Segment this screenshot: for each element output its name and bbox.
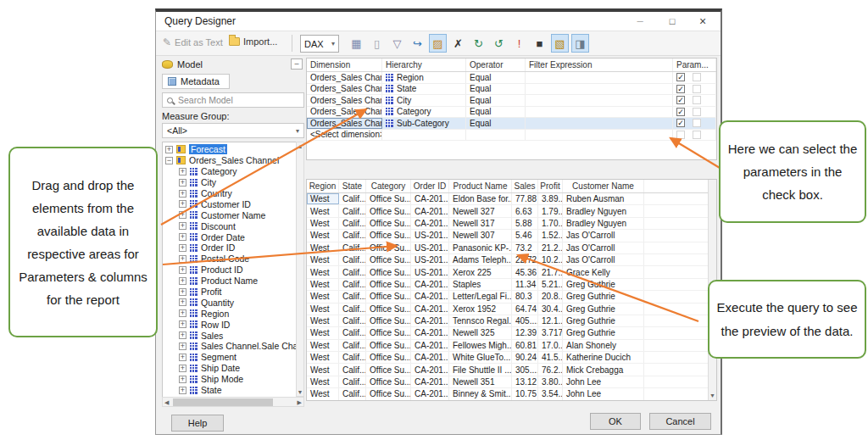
cell-sales[interactable]: 64.74 — [512, 304, 538, 315]
cell-customer-name[interactable]: Jas O'Carroll — [563, 242, 644, 253]
operator-cell[interactable]: Equal — [466, 95, 526, 106]
cell-state[interactable]: Calif... — [339, 242, 366, 253]
cell-region[interactable]: West — [307, 352, 339, 363]
cell-profit[interactable]: 3.54... — [538, 388, 563, 399]
cell-order-id[interactable]: CA-201... — [411, 376, 449, 387]
filter-row-category[interactable]: Orders_Sales ChannelCategoryEqual✓ — [307, 107, 716, 119]
search-input[interactable]: Search Model — [162, 92, 304, 108]
cell-state[interactable]: Calif... — [339, 254, 366, 265]
table-row[interactable]: WestCalif...Office Su...CA-201...Newell … — [307, 327, 716, 339]
scroll-up-icon[interactable]: ▲ — [297, 143, 303, 149]
cell-profit[interactable]: 20.8... — [538, 291, 563, 302]
scroll-left-icon[interactable]: ◀ — [164, 399, 169, 406]
cell-category[interactable]: Office Su... — [366, 376, 411, 387]
cell-profit[interactable]: 3.717 — [538, 327, 563, 338]
cell-customer-name[interactable]: Greg Guthrie — [563, 315, 644, 326]
cell-state[interactable]: Calif... — [339, 364, 366, 375]
tree-item-city[interactable]: +City — [163, 177, 303, 188]
scrollbar-thumb[interactable] — [173, 398, 273, 406]
cell-product-name[interactable]: Xerox 225 — [449, 266, 512, 277]
hierarchy-cell[interactable]: City — [382, 95, 466, 106]
cell-category[interactable]: Office Su... — [366, 340, 411, 351]
dimension-cell[interactable]: Orders_Sales Channel — [307, 118, 382, 129]
cell-customer-name[interactable]: Jas O'Carroll — [563, 230, 644, 241]
cell-customer-name[interactable]: Mick Crebagga — [563, 364, 644, 375]
cell-product-name[interactable]: Xerox 1952 — [449, 304, 512, 315]
expand-icon[interactable]: + — [179, 365, 186, 372]
tree-item-ship-mode[interactable]: +Ship Mode — [163, 374, 303, 385]
measure-group-dropdown[interactable]: <All> ▾ — [162, 123, 304, 138]
cell-region[interactable]: West — [307, 327, 339, 338]
scroll-down-icon[interactable]: ▼ — [709, 393, 716, 398]
column-header-operator[interactable]: Operator — [466, 58, 526, 71]
cell-customer-name[interactable]: Ruben Ausman — [563, 193, 644, 204]
query-parameters-icon[interactable]: ◨ — [571, 34, 589, 53]
cell-order-id[interactable]: US-201... — [411, 266, 449, 277]
cell-product-name[interactable]: Newell 327 — [449, 205, 512, 216]
cell-category[interactable]: Office Su... — [366, 193, 411, 204]
cell-customer-name[interactable]: Greg Guthrie — [563, 327, 644, 338]
cell-category[interactable]: Office Su... — [366, 254, 411, 265]
cell-state[interactable]: Calif... — [339, 340, 366, 351]
cell-profit[interactable]: 76.2... — [538, 364, 563, 375]
cell-product-name[interactable]: Panasonic KP-... — [449, 242, 512, 253]
cell-order-id[interactable]: CA-201... — [411, 327, 449, 338]
cell-region[interactable]: West — [307, 266, 339, 277]
cell-region[interactable]: West — [307, 304, 339, 315]
hierarchy-cell[interactable]: Sub-Category — [382, 118, 466, 129]
help-button[interactable]: Help — [171, 415, 224, 432]
image-icon[interactable]: ▨ — [429, 34, 447, 53]
cell-sales[interactable]: 13.12 — [512, 376, 538, 387]
cell-category[interactable]: Office Su... — [366, 327, 411, 338]
expand-icon[interactable]: + — [179, 211, 186, 219]
cell-order-id[interactable]: CA-201... — [411, 340, 449, 351]
cell-category[interactable]: Office Su... — [366, 266, 411, 277]
cell-sales[interactable]: 60.81 — [512, 340, 538, 351]
tree-item-sales[interactable]: +Sales — [163, 330, 303, 341]
cell-region[interactable]: West — [307, 291, 339, 302]
column-header-filter-expression[interactable]: Filter Expression — [526, 58, 673, 71]
minimize-icon[interactable]: – — [626, 12, 654, 31]
cell-profit[interactable]: 3.89... — [538, 193, 563, 204]
cell-category[interactable]: Office Su... — [366, 388, 411, 399]
cell-profit[interactable]: 30.4... — [538, 304, 563, 315]
cell-order-id[interactable]: CA-201... — [411, 291, 449, 302]
cell-state[interactable]: Calif... — [339, 266, 366, 277]
refresh-query-icon[interactable]: ↻ — [470, 34, 487, 53]
hierarchy-cell[interactable]: Category — [382, 107, 466, 118]
execute-arrow-icon[interactable]: ↪ — [409, 34, 426, 53]
expand-icon[interactable]: + — [179, 233, 186, 241]
table-row[interactable]: WestCalif...Office Su...US-201...Newell … — [307, 230, 716, 242]
tree-item-customer-id[interactable]: +Customer ID — [163, 198, 303, 209]
cell-order-id[interactable]: US-201... — [411, 242, 449, 253]
operator-cell[interactable] — [466, 130, 526, 141]
cell-sales[interactable]: 305.... — [512, 364, 538, 375]
cell-customer-name[interactable]: Bradley Nguyen — [563, 205, 644, 216]
cell-order-id[interactable]: CA-201... — [411, 388, 449, 399]
table-row[interactable]: WestCalif...Office Su...CA-201...Newell … — [307, 376, 716, 388]
filter-row-state[interactable]: Orders_Sales ChannelStateEqual✓ — [307, 84, 716, 96]
cell-customer-name[interactable]: John Lee — [563, 376, 644, 387]
expand-icon[interactable]: + — [179, 298, 186, 306]
secondary-checkbox[interactable] — [693, 73, 701, 81]
expand-icon[interactable]: + — [179, 320, 186, 328]
expand-icon[interactable]: + — [179, 266, 186, 274]
filter-expression-cell[interactable] — [526, 95, 673, 106]
cell-profit[interactable]: 1.79... — [538, 205, 563, 216]
cell-state[interactable]: Calif... — [339, 352, 366, 363]
expand-icon[interactable]: + — [179, 331, 186, 339]
expand-icon[interactable]: + — [179, 354, 186, 361]
cell-customer-name[interactable]: Katherine Ducich — [563, 352, 644, 363]
cell-region[interactable]: West — [307, 376, 339, 387]
tree-item-postal-code[interactable]: +Postal Code — [163, 253, 303, 265]
cell-category[interactable]: Office Su... — [366, 291, 411, 302]
edit-as-text-button[interactable]: ✎ Edit as Text — [163, 36, 223, 48]
table-row[interactable]: WestCalif...Office Su...CA-201...Letter/… — [307, 291, 716, 303]
collapse-icon[interactable]: − — [165, 157, 173, 164]
cell-region[interactable]: West — [307, 218, 339, 229]
cell-category[interactable]: Office Su... — [366, 352, 411, 363]
cell-state[interactable]: Calif... — [339, 327, 366, 338]
cell-profit[interactable]: 17.0... — [538, 340, 563, 351]
cell-category[interactable]: Office Su... — [366, 242, 411, 253]
expand-icon[interactable]: + — [179, 277, 186, 285]
